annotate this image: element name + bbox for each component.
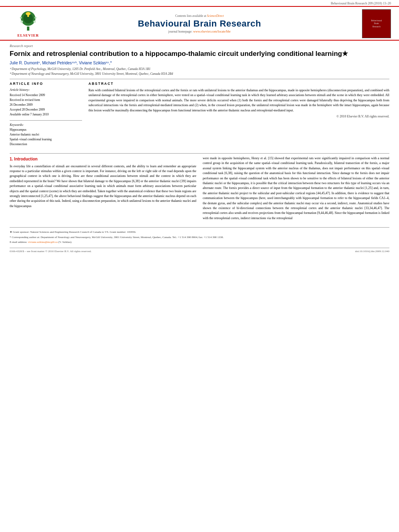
issn-text: 0166-4328/$ – see front matter © 2010 El… (10, 250, 92, 253)
journal-title: Behavioural Brain Research (48, 18, 351, 29)
article-history: Article history: Received 14 November 20… (10, 88, 82, 117)
homepage-url: www.elsevier.com/locate/bbr (193, 30, 230, 33)
keyword-2: Anterior thalamic nuclei (10, 132, 82, 137)
available-online: Available online 7 January 2010 (10, 112, 82, 117)
sciencedirect-link: ScienceDirect (207, 14, 224, 18)
homepage-label: journal homepage: (169, 30, 193, 33)
svg-point-6 (33, 21, 36, 23)
elsevier-name: ELSEVIER (17, 33, 39, 37)
received-revised-label: Received in revised form (10, 98, 82, 103)
cover-thumbnail-section: BehaviouralBrainResearch (351, 9, 391, 38)
keyword-1: Hippocampus (10, 127, 82, 132)
date-revised: 26 December 2009 (10, 103, 82, 107)
elsevier-logo: ELSEVIER (8, 10, 48, 37)
email-address: viviane.sziklas@mcgill.ca (28, 240, 58, 244)
authors-line: Julie R. Dumontᵃ, Michael Petridesᵃʸᵇ, V… (10, 61, 389, 65)
footnotes: ★ Grant sponsor: Natural Sciences and En… (10, 227, 389, 244)
sciencedirect-line: Contents lists available at ScienceDirec… (48, 14, 351, 18)
authors: Julie R. Dumontᵃ, Michael Petridesᵃʸᵇ, V… (10, 61, 112, 65)
affiliation-a: ᵃ Department of Psychology, McGill Unive… (10, 67, 389, 72)
abstract-text: Rats with combined bilateral lesions of … (88, 88, 389, 113)
keyword-3: Spatial–visual conditional learning (10, 137, 82, 142)
journal-header: ELSEVIER Contents lists available at Sci… (0, 6, 399, 41)
divider-info (10, 120, 82, 121)
body-col-left: 1. Introduction In everyday life a const… (10, 156, 196, 223)
intro-text-1: In everyday life a constellation of stim… (10, 164, 196, 208)
footnote-email: E-mail address: viviane.sziklas@mcgill.c… (10, 240, 389, 244)
keyword-4: Disconnection (10, 142, 82, 147)
affiliation-b: ᵇ Department of Neurology and Neurosurge… (10, 72, 389, 76)
abstract-column: ABSTRACT Rats with combined bilateral le… (88, 82, 389, 150)
body-section: 1. Introduction In everyday life a const… (10, 156, 389, 223)
citation-bar: Behavioural Brain Research 209 (2010) 13… (0, 0, 399, 6)
intro-paragraph-2: were made in opposite hemispheres, Henry… (203, 156, 389, 221)
intro-heading: 1. Introduction (10, 156, 196, 162)
footnote-corresponding: * Corresponding author at: Department of… (10, 235, 389, 240)
divider-2 (10, 153, 389, 154)
accepted-date: Accepted 28 December 2009 (10, 107, 82, 112)
article-info-column: Article Info Article history: Received 1… (10, 82, 82, 150)
received-date: Received 14 November 2009 (10, 93, 82, 98)
journal-title-section: Contents lists available at ScienceDirec… (48, 14, 351, 33)
footnote-star: ★ Grant sponsor: Natural Sciences and En… (10, 230, 389, 234)
keywords-label: Keywords: (10, 123, 82, 127)
elsevier-logo-section: ELSEVIER (8, 10, 48, 37)
contents-label: Contents lists available at (175, 14, 206, 18)
bottom-bar: 0166-4328/$ – see front matter © 2010 El… (10, 248, 389, 253)
svg-rect-0 (27, 27, 29, 31)
article-type: Research report (10, 44, 389, 48)
body-col-right: were made in opposite hemispheres, Henry… (203, 156, 389, 223)
article-info-label: Article Info (10, 82, 82, 86)
svg-point-5 (21, 21, 23, 23)
email-label: E-mail address: (10, 240, 28, 244)
history-label: Article history: (10, 88, 82, 92)
main-content: Research report Fornix and retrosplenial… (0, 41, 399, 257)
divider-1 (10, 79, 389, 79)
journal-homepage: journal homepage: www.elsevier.com/locat… (48, 30, 351, 33)
info-abstract-section: Article Info Article history: Received 1… (10, 82, 389, 150)
journal-cover: BehaviouralBrainResearch (362, 9, 391, 38)
affiliations: ᵃ Department of Psychology, McGill Unive… (10, 67, 389, 76)
keywords-list: Hippocampus Anterior thalamic nuclei Spa… (10, 127, 82, 147)
cover-title: BehaviouralBrainResearch (370, 18, 383, 29)
svg-point-8 (35, 16, 37, 18)
elsevier-tree-icon (16, 10, 40, 33)
intro-text-2: were made in opposite hemispheres, Henry… (203, 156, 389, 220)
abstract-label: ABSTRACT (88, 82, 389, 86)
article-title: Fornix and retrosplenial contribution to… (10, 49, 389, 58)
svg-rect-4 (27, 14, 29, 17)
email-person: (V. Sziklas). (58, 240, 72, 244)
citation-text: Behavioural Brain Research 209 (2010) 13… (331, 2, 391, 5)
keywords-block: Keywords: Hippocampus Anterior thalamic … (10, 123, 82, 147)
doi-text: doi:10.1016/j.bbr.2009.12.040 (355, 250, 389, 253)
copyright-line: © 2010 Elsevier B.V. All rights reserved… (88, 115, 389, 118)
intro-paragraph-1: In everyday life a constellation of stim… (10, 164, 196, 209)
svg-point-7 (20, 16, 22, 18)
